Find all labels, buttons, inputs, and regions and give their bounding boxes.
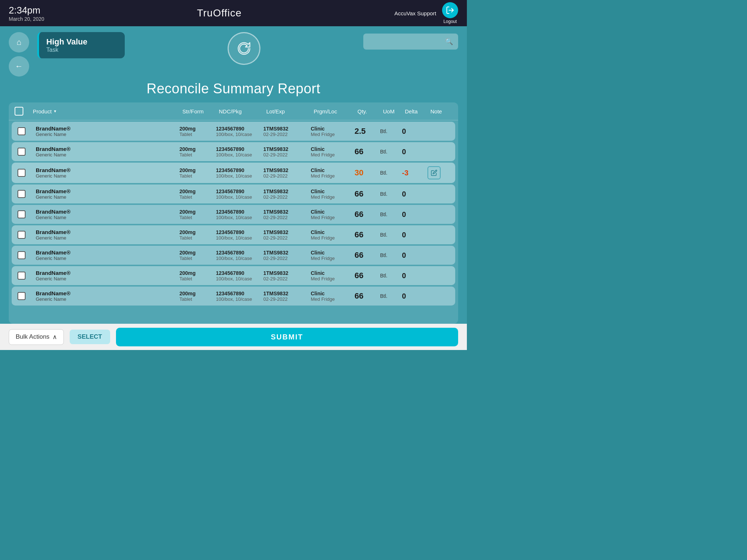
cell-lotexp-3: 1TMS9832 02-29-2022: [263, 188, 311, 200]
row-checkbox-0[interactable]: [18, 127, 36, 135]
cell-prgmloc-4: Clinic Med Fridge: [311, 209, 355, 220]
table-header: Product ▾ Str/Form NDC/Pkg Lot/Exp Prgm/…: [9, 102, 458, 120]
row-checkbox-4[interactable]: [18, 210, 36, 218]
cell-ndcpkg-1: 1234567890 100/box, 10/case: [216, 146, 263, 158]
col-header-lotexp: Lot/Exp: [266, 108, 314, 114]
task-card: High Value Task: [37, 32, 125, 58]
header-time-block: 2:34pm March 20, 2020: [9, 5, 44, 22]
cell-strform-8: 200mg Tablet: [179, 291, 216, 302]
row-checkbox-3[interactable]: [18, 190, 36, 198]
select-button[interactable]: SELECT: [70, 330, 110, 344]
cell-qty-2: 30: [355, 168, 380, 178]
sync-container: [125, 32, 363, 65]
cell-strform-3: 200mg Tablet: [179, 188, 216, 200]
cell-ndcpkg-3: 1234567890 100/box, 10/case: [216, 188, 263, 200]
cell-qty-7: 66: [355, 271, 380, 280]
cell-product-8: BrandName® Generic Name: [36, 290, 179, 302]
table-row: BrandName® Generic Name 200mg Tablet 123…: [12, 246, 455, 265]
cell-strform-0: 200mg Tablet: [179, 126, 216, 137]
cell-delta-7: 0: [402, 272, 427, 280]
cell-lotexp-6: 1TMS9832 02-29-2022: [263, 250, 311, 261]
chevron-up-icon: ∧: [53, 333, 57, 341]
col-header-product[interactable]: Product ▾: [33, 108, 182, 114]
cell-ndcpkg-5: 1234567890 100/box, 10/case: [216, 229, 263, 241]
header: 2:34pm March 20, 2020 TruOffice AccuVax …: [0, 0, 467, 26]
col-header-note: Note: [430, 108, 452, 114]
cell-uom-7: Btl.: [380, 273, 402, 279]
submit-label: SUBMIT: [271, 333, 303, 341]
cell-prgmloc-5: Clinic Med Fridge: [311, 229, 355, 241]
cell-ndcpkg-8: 1234567890 100/box, 10/case: [216, 291, 263, 302]
bottom-bar: Bulk Actions ∧ SELECT SUBMIT: [0, 324, 467, 350]
edit-button-2[interactable]: [427, 166, 441, 179]
cell-delta-0: 0: [402, 127, 427, 136]
logout-label: Logout: [444, 19, 457, 24]
page-title: Reconcile Summary Report: [9, 81, 458, 97]
cell-product-6: BrandName® Generic Name: [36, 249, 179, 261]
cell-product-0: BrandName® Generic Name: [36, 125, 179, 137]
cell-ndcpkg-7: 1234567890 100/box, 10/case: [216, 270, 263, 281]
cell-delta-8: 0: [402, 292, 427, 300]
table-row: BrandName® Generic Name 200mg Tablet 123…: [12, 142, 455, 161]
cell-lotexp-8: 1TMS9832 02-29-2022: [263, 291, 311, 302]
main-content: ⌂ ← High Value Task 🔍: [0, 26, 467, 324]
search-icon: 🔍: [445, 38, 453, 46]
logout-button[interactable]: Logout: [442, 2, 458, 24]
current-date: March 20, 2020: [9, 16, 44, 22]
cell-prgmloc-7: Clinic Med Fridge: [311, 270, 355, 281]
header-checkbox-box[interactable]: [15, 107, 23, 116]
col-header-uom: UoM: [383, 108, 405, 114]
task-title: High Value: [46, 37, 116, 47]
row-checkbox-5[interactable]: [18, 231, 36, 239]
search-input[interactable]: [368, 38, 445, 45]
row-checkbox-1[interactable]: [18, 148, 36, 156]
row-checkbox-8[interactable]: [18, 292, 36, 300]
header-right: AccuVax Support Logout: [394, 2, 458, 24]
table-row: BrandName® Generic Name 200mg Tablet 123…: [12, 122, 455, 141]
cell-prgmloc-6: Clinic Med Fridge: [311, 250, 355, 261]
row-checkbox-7[interactable]: [18, 272, 36, 280]
col-header-qty: Qty.: [357, 108, 383, 114]
table-body: BrandName® Generic Name 200mg Tablet 123…: [9, 120, 458, 324]
cell-uom-5: Btl.: [380, 232, 402, 238]
select-all-checkbox[interactable]: [15, 107, 33, 116]
sync-icon: [228, 32, 260, 65]
cell-ndcpkg-6: 1234567890 100/box, 10/case: [216, 250, 263, 261]
bulk-actions-button[interactable]: Bulk Actions ∧: [9, 329, 64, 345]
cell-note-2[interactable]: [427, 166, 449, 179]
support-label: AccuVax Support: [394, 10, 436, 16]
col-header-delta: Delta: [405, 108, 430, 114]
cell-uom-3: Btl.: [380, 191, 402, 197]
row-checkbox-2[interactable]: [18, 169, 36, 177]
cell-qty-5: 66: [355, 230, 380, 240]
row-checkbox-6[interactable]: [18, 251, 36, 259]
submit-button[interactable]: SUBMIT: [116, 328, 458, 346]
cell-prgmloc-3: Clinic Med Fridge: [311, 188, 355, 200]
cell-ndcpkg-0: 1234567890 100/box, 10/case: [216, 126, 263, 137]
table-row: BrandName® Generic Name 200mg Tablet 123…: [12, 184, 455, 203]
table-row: BrandName® Generic Name 200mg Tablet 123…: [12, 266, 455, 285]
table-row: BrandName® Generic Name 200mg Tablet 123…: [12, 205, 455, 224]
cell-prgmloc-1: Clinic Med Fridge: [311, 146, 355, 158]
cell-strform-5: 200mg Tablet: [179, 229, 216, 241]
cell-product-7: BrandName® Generic Name: [36, 270, 179, 281]
bulk-actions-label: Bulk Actions: [16, 333, 50, 341]
cell-lotexp-0: 1TMS9832 02-29-2022: [263, 126, 311, 137]
logout-icon: [442, 2, 458, 18]
back-button[interactable]: ←: [9, 56, 29, 77]
col-header-prgmloc: Prgm/Loc: [314, 108, 357, 114]
top-row: ⌂ ← High Value Task 🔍: [9, 32, 458, 77]
cell-delta-2: -3: [402, 169, 427, 177]
home-button[interactable]: ⌂: [9, 32, 29, 52]
cell-lotexp-2: 1TMS9832 02-29-2022: [263, 167, 311, 179]
cell-product-1: BrandName® Generic Name: [36, 146, 179, 158]
table-row: BrandName® Generic Name 200mg Tablet 123…: [12, 287, 455, 306]
cell-qty-1: 66: [355, 147, 380, 156]
app-title: TruOffice: [197, 7, 242, 19]
search-bar[interactable]: 🔍: [363, 34, 458, 50]
cell-product-4: BrandName® Generic Name: [36, 209, 179, 220]
cell-prgmloc-8: Clinic Med Fridge: [311, 291, 355, 302]
cell-prgmloc-2: Clinic Med Fridge: [311, 167, 355, 179]
cell-delta-4: 0: [402, 210, 427, 219]
cell-uom-4: Btl.: [380, 211, 402, 217]
